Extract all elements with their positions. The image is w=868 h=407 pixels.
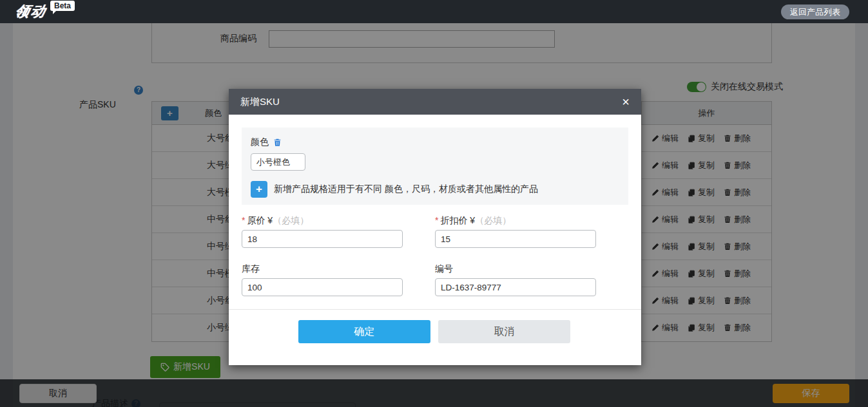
modal-header: 新增SKU × (229, 89, 641, 115)
beta-badge: Beta (50, 1, 75, 11)
confirm-button[interactable]: 确定 (298, 320, 430, 343)
modal-fields: *原价 ¥（必填） *折扣价 ¥（必填） 库存 编号 (242, 215, 628, 296)
original-price-field: *原价 ¥（必填） (242, 215, 403, 248)
logo-text: 领动 (13, 2, 48, 21)
modal-button-row: 确定 取消 (242, 310, 628, 352)
attribute-value-input[interactable] (251, 153, 305, 171)
original-price-input[interactable] (242, 230, 403, 248)
back-to-product-list-button[interactable]: 返回产品列表 (781, 5, 849, 19)
discount-price-label: 折扣价 ¥ (440, 215, 475, 225)
modal-body: 颜色 + 新增产品规格适用于有不同 颜色，尺码，材质或者其他属性的产品 *原价 … (229, 115, 641, 365)
modal-title: 新增SKU (240, 96, 280, 108)
attribute-box: 颜色 + 新增产品规格适用于有不同 颜色，尺码，材质或者其他属性的产品 (242, 128, 628, 205)
attribute-label: 颜色 (251, 137, 269, 148)
sku-code-field: 编号 (435, 263, 596, 296)
add-spec-icon-button[interactable]: + (251, 181, 267, 198)
add-sku-modal: 新增SKU × 颜色 + 新增产品规格适用于有不同 颜色，尺码，材质或者其他属性… (229, 89, 641, 365)
original-price-label: 原价 ¥ (247, 215, 273, 225)
app-logo: 领动 Beta (15, 2, 75, 21)
cancel-button[interactable]: 取消 (438, 320, 570, 343)
required-hint: （必填） (273, 215, 309, 225)
trash-icon[interactable] (273, 138, 282, 147)
sku-code-input[interactable] (435, 278, 596, 296)
close-icon[interactable]: × (622, 95, 630, 108)
discount-price-input[interactable] (435, 230, 596, 248)
sku-code-label: 编号 (435, 263, 453, 274)
add-spec-hint: 新增产品规格适用于有不同 颜色，尺码，材质或者其他属性的产品 (274, 184, 538, 195)
stock-input[interactable] (242, 278, 403, 296)
required-hint: （必填） (475, 215, 511, 225)
top-bar: 领动 Beta 返回产品列表 (0, 0, 868, 23)
stock-field: 库存 (242, 263, 403, 296)
required-mark: * (435, 215, 438, 225)
required-mark: * (242, 215, 245, 225)
stock-label: 库存 (242, 263, 260, 274)
discount-price-field: *折扣价 ¥（必填） (435, 215, 596, 248)
